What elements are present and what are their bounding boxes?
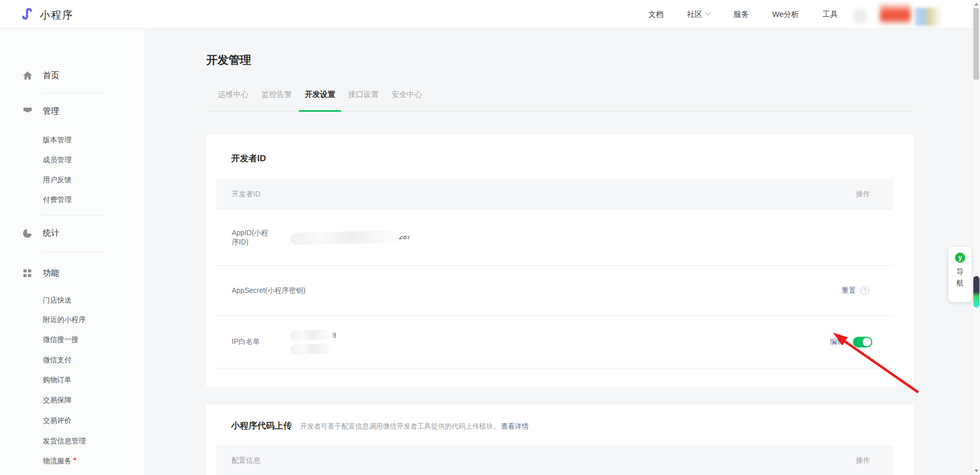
table-header-row: 开发者ID 操作 xyxy=(216,179,893,210)
tab-bar: 运维中心 监控告警 开发设置 接口设置 安全中心 xyxy=(206,89,914,112)
scroll-up-arrow-icon[interactable] xyxy=(974,3,978,6)
top-navigation: 文档 社区 服务 We分析 工具 xyxy=(648,0,861,29)
table-row-ip-whitelist: IP白名单 8 编辑 xyxy=(216,316,893,368)
ip-value-redacted xyxy=(290,343,334,355)
table-row-appid: AppID(小程序ID) 287 xyxy=(216,210,893,266)
column-header-action: 操作 xyxy=(856,456,870,465)
new-badge-dot xyxy=(74,458,76,460)
nav-extension-icon: y xyxy=(955,253,965,263)
column-header-developer-id: 开发者ID xyxy=(232,190,260,199)
nav-weanalytics[interactable]: We分析 xyxy=(772,10,799,19)
appid-visible-suffix: 287 xyxy=(399,232,411,240)
column-header-config-info: 配置信息 xyxy=(232,456,260,465)
sidebar-item-wechat-pay[interactable]: 微信支付 xyxy=(0,355,144,365)
avatar[interactable] xyxy=(915,8,942,26)
appid-label: AppID(小程序ID) xyxy=(216,229,275,247)
sidebar-item-trade-guarantee[interactable]: 交易保障 xyxy=(0,395,144,406)
grid-icon xyxy=(22,268,33,278)
table-header-row: 配置信息 操作 xyxy=(216,445,893,475)
sidebar-item-nearby-miniprogram[interactable]: 附近的小程序 xyxy=(0,315,144,325)
appsecret-label: AppSecret(小程序密钥) xyxy=(216,286,306,295)
nav-community[interactable]: 社区 xyxy=(687,10,710,19)
logo-title: 小程序 xyxy=(40,8,74,22)
home-icon xyxy=(22,70,33,81)
floating-nav-label-2: 航 xyxy=(957,279,964,288)
extension-scroll-indicator[interactable] xyxy=(973,276,979,308)
sidebar-item-shipping-info-manage[interactable]: 发货信息管理 xyxy=(0,436,144,446)
sidebar-item-manage[interactable]: 管理 xyxy=(0,104,144,119)
floating-nav-label-1: 导 xyxy=(957,267,964,277)
sidebar-item-pay-manage[interactable]: 付费管理 xyxy=(0,195,144,205)
divider xyxy=(43,215,104,215)
top-bar: 小程序 文档 社区 服务 We分析 工具 xyxy=(0,0,972,29)
scroll-down-arrow-icon[interactable] xyxy=(974,469,978,472)
help-icon[interactable]: ? xyxy=(861,286,869,295)
tab-monitor-alert[interactable]: 监控告警 xyxy=(255,89,298,111)
sidebar-item-logistics-service[interactable]: 物流服务 xyxy=(0,456,144,466)
developer-id-section-title: 开发者ID xyxy=(206,135,914,165)
nav-docs[interactable]: 文档 xyxy=(648,10,664,19)
tray-icon xyxy=(22,106,33,116)
ip-whitelist-label: IP白名单 xyxy=(216,337,275,346)
appid-value-redacted: 287 xyxy=(290,230,399,244)
sidebar-item-store-delivery[interactable]: 门店快送 xyxy=(0,295,144,306)
chevron-down-icon xyxy=(705,10,710,15)
app-logo[interactable]: 小程序 xyxy=(20,7,74,23)
code-upload-table: 配置信息 操作 xyxy=(216,445,893,475)
edit-link[interactable]: 编辑 xyxy=(830,337,844,346)
table-row-appsecret: AppSecret(小程序密钥) 重置 ? xyxy=(216,266,893,316)
miniprogram-logo-icon xyxy=(20,7,35,23)
sidebar-item-wechat-search[interactable]: 微信搜一搜 xyxy=(0,335,144,345)
avatar[interactable] xyxy=(880,4,911,24)
code-upload-description: 开发者可基于配置信息调用微信开发者工具提供的代码上传模块。 xyxy=(300,422,500,431)
nav-tools[interactable]: 工具 xyxy=(822,10,838,19)
ip-visible-suffix: 8 xyxy=(332,331,336,339)
tab-dev-settings[interactable]: 开发设置 xyxy=(299,89,341,111)
divider xyxy=(43,93,104,93)
code-upload-section-title: 小程序代码上传 xyxy=(231,420,292,432)
developer-id-card: 开发者ID 开发者ID 操作 AppID(小程序ID) 287 AppSecre… xyxy=(206,135,914,387)
sidebar-item-features[interactable]: 功能 xyxy=(0,265,144,281)
reset-link[interactable]: 重置 xyxy=(842,286,856,295)
redacted-account-text xyxy=(853,9,867,23)
sidebar-item-stats[interactable]: 统计 xyxy=(0,226,144,241)
sidebar-item-member-manage[interactable]: 成员管理 xyxy=(0,155,144,165)
sidebar-item-version-manage[interactable]: 版本管理 xyxy=(0,135,144,145)
toggle-knob xyxy=(863,338,871,346)
nav-service[interactable]: 服务 xyxy=(733,10,749,19)
sidebar-item-trade-review[interactable]: 交易评价 xyxy=(0,416,144,426)
sidebar-item-user-feedback[interactable]: 用户反馈 xyxy=(0,175,144,185)
developer-id-table: 开发者ID 操作 AppID(小程序ID) 287 AppSecret(小程序密… xyxy=(216,179,893,368)
view-details-link[interactable]: 查看详情 xyxy=(501,422,529,431)
sidebar: 首页 管理 版本管理 成员管理 用户反馈 付费管理 统计 功能 门店快送 附近的… xyxy=(0,29,144,475)
ip-whitelist-toggle[interactable] xyxy=(853,337,872,347)
pie-chart-icon xyxy=(22,228,33,238)
ip-value-redacted xyxy=(290,329,332,341)
scrollbar-track[interactable] xyxy=(972,0,980,475)
tab-api-settings[interactable]: 接口设置 xyxy=(342,89,385,111)
sidebar-item-shopping-orders[interactable]: 购物订单 xyxy=(0,375,144,385)
tab-security-center[interactable]: 安全中心 xyxy=(385,89,428,111)
floating-nav-widget[interactable]: y 导 航 xyxy=(948,247,972,302)
main-content: 开发管理 运维中心 监控告警 开发设置 接口设置 安全中心 开发者ID 开发者I… xyxy=(144,29,972,475)
tab-ops-center[interactable]: 运维中心 xyxy=(212,89,255,111)
sidebar-item-home[interactable]: 首页 xyxy=(0,68,144,83)
code-upload-card: 小程序代码上传 开发者可基于配置信息调用微信开发者工具提供的代码上传模块。 查看… xyxy=(206,405,914,475)
column-header-action: 操作 xyxy=(856,190,870,199)
divider xyxy=(43,252,104,253)
scrollbar-thumb[interactable] xyxy=(973,8,979,80)
page-title: 开发管理 xyxy=(206,53,972,68)
